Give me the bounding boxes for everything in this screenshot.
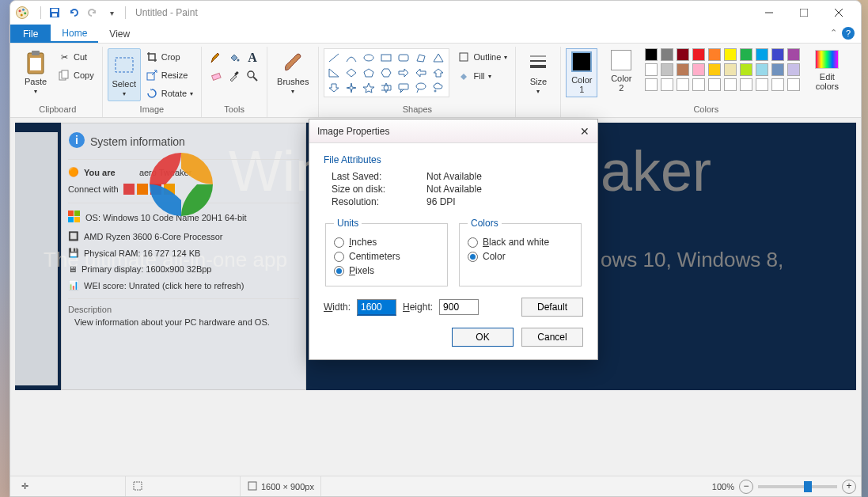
colors-bw-radio[interactable]: Black and white [468,235,573,249]
color-swatch[interactable] [708,48,721,61]
color-swatch[interactable] [724,63,737,76]
fill-button[interactable]: Fill ▾ [454,67,510,85]
rect-icon[interactable] [378,51,394,65]
close-button[interactable] [821,1,856,25]
color-swatch[interactable] [645,63,658,76]
callout-oval-icon[interactable] [413,81,429,95]
units-cm-radio[interactable]: Centimeters [334,249,439,264]
undo-icon[interactable] [65,4,82,21]
oval-icon[interactable] [361,51,377,65]
copy-button[interactable]: Copy [55,66,97,84]
color-swatch[interactable] [787,63,800,76]
curve-icon[interactable] [343,51,359,65]
color-swatch[interactable] [692,48,705,61]
qat-dropdown-icon[interactable]: ▾ [103,4,120,21]
zoom-in-button[interactable]: + [842,480,856,494]
star4-icon[interactable] [343,81,359,95]
maximize-button[interactable] [787,1,821,25]
help-icon[interactable]: ? [842,27,855,40]
callout-cloud-icon[interactable] [430,81,446,95]
width-input[interactable] [357,299,396,316]
color-swatch[interactable] [661,78,673,91]
units-pixels-radio[interactable]: Pixels [334,264,439,278]
color-swatch[interactable] [645,48,658,61]
color2-button[interactable]: Color 2 [604,48,639,94]
star6-icon[interactable] [378,81,394,95]
size-button[interactable]: Size▾ [521,48,555,97]
color-swatch[interactable] [787,48,800,61]
text-icon[interactable]: A [244,50,260,66]
color-swatch[interactable] [787,78,800,91]
zoom-level: 100% [712,482,734,491]
star5-icon[interactable] [361,81,377,95]
color-swatch[interactable] [661,48,673,61]
diamond-icon[interactable] [343,66,359,80]
cancel-button[interactable]: Cancel [521,328,583,347]
color-swatch[interactable] [708,78,721,91]
tab-home[interactable]: Home [51,25,98,43]
color-swatch[interactable] [771,63,784,76]
dialog-close-button[interactable]: ✕ [580,125,589,138]
color-swatch[interactable] [724,78,737,91]
arrow-right-icon[interactable] [396,66,411,80]
color-swatch[interactable] [677,48,689,61]
eyedropper-icon[interactable] [226,68,242,84]
units-inches-radio[interactable]: Inches [334,235,439,249]
color1-button[interactable]: Color 1 [566,48,597,97]
pencil-icon[interactable] [208,50,224,66]
arrow-down-icon[interactable] [326,81,342,95]
crop-button[interactable]: Crop [142,48,196,66]
color-swatch[interactable] [692,78,705,91]
outline-button[interactable]: Outline ▾ [454,48,510,66]
brushes-button[interactable]: Brushes▾ [272,48,313,97]
cut-button[interactable]: ✂Cut [55,48,97,66]
color-swatch[interactable] [740,48,752,61]
ok-button[interactable]: OK [452,328,514,347]
arrow-left-icon[interactable] [413,66,429,80]
rotate-button[interactable]: Rotate ▾ [142,85,196,102]
rotate-icon [146,87,158,100]
magnifier-icon[interactable] [244,68,260,84]
bucket-icon[interactable] [226,50,242,66]
redo-icon[interactable] [84,4,101,21]
color-swatch[interactable] [756,63,768,76]
right-triangle-icon[interactable] [326,66,342,80]
line-icon[interactable] [326,51,342,65]
select-button[interactable]: Select▾ [108,48,141,101]
zoom-out-button[interactable]: − [739,480,753,494]
height-input[interactable] [439,299,479,315]
triangle-icon[interactable] [430,51,446,65]
color-swatch[interactable] [677,63,689,76]
pentagon-icon[interactable] [361,66,377,80]
paste-button[interactable]: Paste▾ [18,48,53,97]
tab-view[interactable]: View [98,25,141,43]
color-swatch[interactable] [645,78,658,91]
color-swatch[interactable] [756,78,768,91]
color-swatch[interactable] [708,63,721,76]
resize-button[interactable]: Resize [142,66,196,84]
zoom-slider[interactable] [758,485,837,488]
polygon-icon[interactable] [413,51,429,65]
color-swatch[interactable] [661,63,673,76]
arrow-up-icon[interactable] [430,66,446,80]
shapes-gallery[interactable] [324,48,449,97]
eraser-icon[interactable] [208,68,224,84]
color-swatch[interactable] [756,48,768,61]
callout-rect-icon[interactable] [396,81,411,95]
color-swatch[interactable] [724,48,737,61]
save-icon[interactable] [46,4,63,21]
color-swatch[interactable] [771,48,784,61]
edit-colors-button[interactable]: Edit colors [808,48,846,93]
tab-file[interactable]: File [10,25,51,43]
color-swatch[interactable] [740,63,752,76]
collapse-ribbon-icon[interactable]: ⌃ [830,28,837,38]
minimize-button[interactable] [752,1,787,25]
default-button[interactable]: Default [521,298,583,317]
color-swatch[interactable] [692,63,705,76]
color-swatch[interactable] [771,78,784,91]
colors-color-radio[interactable]: Color [468,249,573,264]
hexagon-icon[interactable] [378,66,394,80]
round-rect-icon[interactable] [396,51,411,65]
color-swatch[interactable] [677,78,689,91]
color-swatch[interactable] [740,78,752,91]
